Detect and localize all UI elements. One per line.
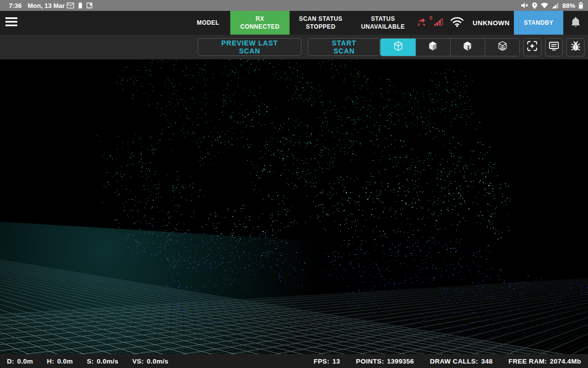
cube-wireframe-icon <box>392 40 404 54</box>
clock: 7:36 <box>9 2 22 9</box>
toolbar: PREVIEW LAST SCAN START SCAN <box>0 35 588 59</box>
bottom-status-bar: D:0.0m H:0.0m S:0.0m/s VS:0.0m/s FPS:13 … <box>0 354 588 368</box>
battery-percent: 88% <box>562 2 575 9</box>
app-header: MODEL RX CONNECTED SCAN STATUS STOPPED S… <box>0 11 588 35</box>
preview-last-scan-button[interactable]: PREVIEW LAST SCAN <box>198 38 301 56</box>
view-mode-top-button[interactable] <box>485 39 519 56</box>
points-stat: POINTS:1399356 <box>356 358 414 365</box>
no-signal-icon <box>433 17 443 29</box>
start-scan-button[interactable]: START SCAN <box>308 38 380 56</box>
focus-target-icon <box>526 40 538 54</box>
android-status-bar: 7:36 Mon, 13 Mar <box>0 0 588 11</box>
connection-state: UNKNOWN <box>468 11 514 35</box>
screenshot-icon <box>86 2 93 8</box>
rx-label: RX <box>255 15 264 23</box>
date: Mon, 13 Mar <box>28 2 65 9</box>
height-stat: H:0.0m <box>47 358 73 365</box>
bell-icon <box>571 16 581 30</box>
connection-state-label: UNKNOWN <box>473 19 510 27</box>
draw-calls-stat: DRAW CALLS:348 <box>430 358 493 365</box>
gps-status-cell: 0 <box>414 11 446 35</box>
fps-stat: FPS:13 <box>314 358 340 365</box>
free-ram-stat: FREE RAM:2074.4Mb <box>508 358 581 365</box>
volume-muted-icon <box>521 2 529 8</box>
cube-solid-icon <box>427 40 439 54</box>
location-icon <box>532 2 537 9</box>
vertical-speed-stat: VS:0.0m/s <box>132 358 168 365</box>
mode-label: STANDBY <box>524 19 553 27</box>
view-mode-wireframe-button[interactable] <box>380 39 415 56</box>
satellite-icon <box>417 16 428 30</box>
status-cell: STATUS UNAVAILABLE <box>352 11 414 35</box>
hamburger-icon <box>5 17 17 28</box>
scan-status-value: STOPPED <box>306 23 336 31</box>
recenter-view-button[interactable] <box>523 38 542 56</box>
gps-satellite-count: 0 <box>429 15 432 21</box>
display-hud-icon <box>548 40 560 54</box>
rx-status-badge: RX CONNECTED <box>230 11 290 35</box>
wifi-icon <box>541 2 548 8</box>
telemetry-group: D:0.0m H:0.0m S:0.0m/s VS:0.0m/s <box>7 358 168 365</box>
status-label: STATUS <box>371 15 395 23</box>
cube-outline-person-icon <box>497 40 508 54</box>
model-label: MODEL <box>197 19 219 27</box>
distance-stat: D:0.0m <box>7 358 33 365</box>
point-cloud-canvas[interactable] <box>0 59 588 354</box>
mode-standby-button[interactable]: STANDBY <box>514 11 563 35</box>
scan-status-label: SCAN STATUS <box>299 15 342 23</box>
view-mode-group <box>380 38 520 56</box>
gmail-icon <box>67 2 74 8</box>
rx-value: CONNECTED <box>240 23 280 31</box>
view-mode-solid-button[interactable] <box>416 39 450 56</box>
speed-stat: S:0.0m/s <box>87 358 119 365</box>
viewport-3d <box>0 59 588 354</box>
bug-icon <box>570 40 581 54</box>
wifi-connection-cell <box>446 11 468 35</box>
hud-display-button[interactable] <box>545 38 563 56</box>
wifi-connection-icon <box>450 16 464 29</box>
battery-icon <box>579 2 583 9</box>
status-value: UNAVAILABLE <box>361 23 405 31</box>
screen: 7:36 Mon, 13 Mar <box>0 0 588 368</box>
debug-button[interactable] <box>566 38 585 56</box>
cell-signal-icon <box>552 2 559 8</box>
scan-status-cell: SCAN STATUS STOPPED <box>290 11 352 35</box>
menu-button[interactable] <box>0 11 23 35</box>
view-mode-inside-button[interactable] <box>450 39 485 56</box>
notifications-button[interactable] <box>563 11 588 35</box>
render-stats-group: FPS:13 POINTS:1399356 DRAW CALLS:348 FRE… <box>314 358 581 365</box>
model-status-cell: MODEL <box>186 11 230 35</box>
vpn-key-icon <box>78 2 83 8</box>
cube-person-icon <box>462 40 473 54</box>
